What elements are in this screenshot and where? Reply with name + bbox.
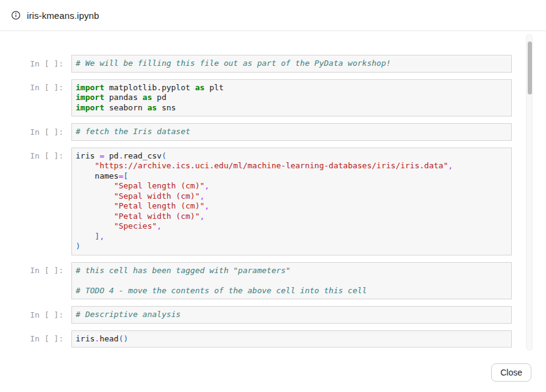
code-line: # this cell has been tagged with "parame… [76,266,508,276]
code-cell: iris.head() [71,330,512,348]
code-line: import seaborn as sns [76,103,508,113]
code-line: "Petal width (cm)", [76,212,508,222]
cell-prompt: In [ ]: [0,330,63,348]
notebook-cell: In [ ]:# Descriptive analysis [0,306,512,324]
close-button[interactable]: Close [491,363,531,382]
notebook-cell: In [ ]:# this cell has been tagged with … [0,262,512,300]
code-line: import pandas as pd [76,93,508,103]
code-cell: # We will be filling this file out as pa… [71,55,512,73]
notebook-cell: In [ ]:iris = pd.read_csv( "https://arch… [0,148,512,255]
file-title: iris-kmeans.ipynb [27,10,99,21]
notebook-cell: In [ ]:# We will be filling this file ou… [0,55,512,73]
cell-prompt: In [ ]: [0,79,63,117]
cell-prompt: In [ ]: [0,148,63,255]
code-line: names=[ [76,171,508,182]
cell-prompt: In [ ]: [0,55,63,73]
code-line: # We will be filling this file out as pa… [76,59,508,69]
notebook-scroll-area[interactable]: In [ ]:# We will be filling this file ou… [0,32,546,351]
code-line: "Sepal width (cm)", [76,191,508,202]
notebook-preview-modal: iris-kmeans.ipynb In [ ]:# We will be fi… [0,0,546,392]
code-cell: # Descriptive analysis [71,306,512,324]
cell-prompt: In [ ]: [0,262,63,300]
code-line: "Sepal length (cm)", [76,181,508,191]
scrollbar-track[interactable] [526,34,533,351]
code-line: # Descriptive analysis [76,310,508,320]
notebook-cell: In [ ]:iris.head() [0,330,512,348]
code-line: "https://archive.ics.uci.edu/ml/machine-… [76,161,508,171]
cell-prompt: In [ ]: [0,306,63,324]
scrollbar-thumb[interactable] [528,41,532,94]
code-line: ], [76,232,508,242]
code-cell: import matplotlib.pyplot as pltimport pa… [71,79,512,117]
modal-header: iris-kmeans.ipynb [0,0,546,31]
code-cell: # fetch the Iris dataset [71,123,512,141]
code-line: # fetch the Iris dataset [76,127,508,137]
code-line: iris = pd.read_csv( [76,151,508,162]
cell-prompt: In [ ]: [0,123,63,141]
code-cell: # this cell has been tagged with "parame… [71,262,512,300]
code-line: "Species", [76,221,508,232]
notebook-cell: In [ ]:import matplotlib.pyplot as pltim… [0,79,512,117]
code-line: iris.head() [76,334,508,344]
code-cell: iris = pd.read_csv( "https://archive.ics… [71,148,512,255]
code-line: ) [76,241,508,252]
info-icon[interactable] [11,10,21,20]
notebook-cell: In [ ]:# fetch the Iris dataset [0,123,512,141]
code-line [76,276,508,286]
notebook-cells: In [ ]:# We will be filling this file ou… [0,55,512,347]
code-line: "Petal length (cm)", [76,201,508,212]
code-line: # TODO 4 - move the contents of the abov… [76,286,508,296]
code-line: import matplotlib.pyplot as plt [76,83,508,93]
